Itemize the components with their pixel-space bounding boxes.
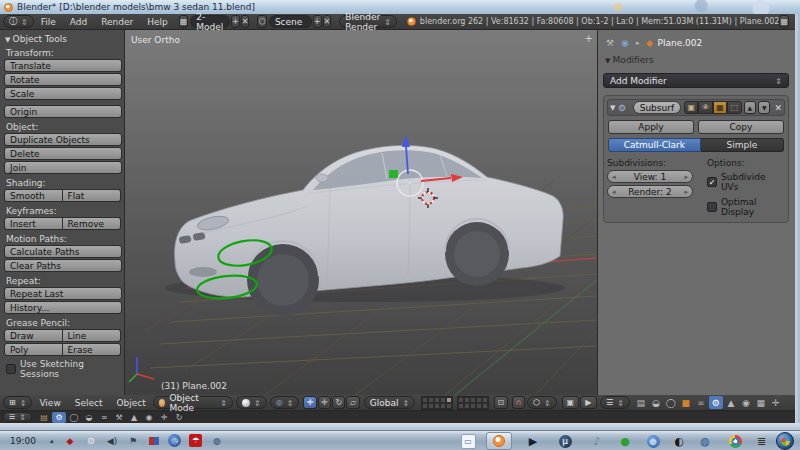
modifier-name-field[interactable]: Subsurf	[633, 101, 681, 114]
menu-select[interactable]: Select	[68, 398, 110, 408]
object-tools-panel-title[interactable]: Object Tools	[5, 34, 121, 44]
scene-tab-icon[interactable]: ◒	[649, 396, 663, 409]
stepper-right-arrow[interactable]: ▸	[684, 188, 688, 196]
smooth-button[interactable]: Smooth	[4, 189, 63, 202]
insert-keyframe-button[interactable]: Insert	[4, 217, 63, 230]
translate-manipulator-toggle[interactable]: ✛	[318, 396, 331, 409]
menu-help[interactable]: Help	[140, 17, 175, 27]
mode-selector[interactable]: Object Mode	[153, 396, 233, 409]
tray-antivirus-icon[interactable]: ◆	[63, 434, 76, 447]
object-tab-icon[interactable]: ■	[679, 396, 693, 409]
render-tab-icon[interactable]: ▤	[634, 396, 648, 409]
lock-to-scene-icon[interactable]: ⊡	[494, 396, 507, 409]
editor-type-selector-properties[interactable]: ☰	[600, 396, 630, 409]
scene-tab-icon-2[interactable]: ◒	[82, 412, 96, 423]
render-subdivisions-stepper[interactable]: ◂ Render: 2 ▸	[607, 185, 693, 198]
menu-add[interactable]: Add	[63, 17, 94, 27]
scene-add-button[interactable]: +	[313, 15, 322, 28]
layout-delete-button[interactable]: ✕	[241, 15, 250, 28]
join-button[interactable]: Join	[4, 161, 122, 174]
screen-layout-icon[interactable]: ▦	[179, 15, 189, 28]
taskbar-image-viewer-button[interactable]: ▭	[455, 432, 481, 450]
sketching-sessions-checkbox[interactable]	[6, 364, 16, 374]
modifiers-tab-icon[interactable]: ⚙	[709, 396, 723, 409]
add-modifier-dropdown[interactable]: Add Modifier	[603, 73, 789, 88]
taskbar-globe-app-button[interactable]: ◍	[692, 432, 718, 450]
cage-toggle[interactable]: ⬚	[727, 101, 741, 114]
taskbar-swirl-app-button[interactable]: ◐	[666, 432, 692, 450]
render-opengl-icon[interactable]: ▣	[562, 396, 579, 409]
copy-button[interactable]: Copy	[698, 120, 784, 134]
window-titlebar[interactable]: Blender* [D:\blender models\bmw 3 sedan …	[0, 0, 800, 14]
delete-modifier-icon[interactable]: ✕	[774, 103, 782, 113]
tray-volume-icon[interactable]: ◀)	[105, 434, 118, 447]
data-tab-icon[interactable]: ▲	[724, 396, 738, 409]
simple-button[interactable]: Simple	[701, 138, 784, 152]
tray-settings-icon[interactable]: ⚙	[84, 434, 97, 447]
scene-selector[interactable]: Scene	[269, 15, 312, 28]
world-tab-icon-2[interactable]: ◯	[67, 412, 81, 423]
taskbar-faint-app-button[interactable]: ♪	[584, 432, 610, 450]
subdivide-uvs-checkbox[interactable]	[707, 177, 717, 187]
apply-button[interactable]: Apply	[608, 120, 694, 134]
particles-tab-icon-2[interactable]: ↻	[172, 412, 186, 423]
tray-clock-app-icon[interactable]: ◷	[168, 434, 181, 447]
menu-file[interactable]: File	[34, 17, 63, 27]
grease-line-button[interactable]: Line	[63, 329, 122, 342]
viewport-shading-selector[interactable]	[236, 396, 267, 409]
constraints-tab-icon-2[interactable]: ∞	[97, 412, 111, 423]
show-hidden-icons-arrow[interactable]: ▴	[50, 437, 54, 445]
screen-layout-selector[interactable]: 2-Model	[190, 15, 230, 28]
viewport-3d[interactable]: User Ortho (31) Plane.002 +	[125, 30, 597, 395]
render-visibility-toggle[interactable]: ▣	[684, 101, 698, 114]
world-tab-icon[interactable]: ◯	[664, 396, 678, 409]
tray-action-center-flag-icon[interactable]: ⚑	[126, 434, 139, 447]
manipulator-z-handle[interactable]	[402, 135, 410, 147]
taskbar-green-app-button[interactable]: ●	[612, 432, 638, 450]
manipulator-y-handle[interactable]	[389, 170, 398, 178]
calculate-paths-button[interactable]: Calculate Paths	[4, 245, 122, 258]
outliner-corner-icon[interactable]: ▦	[779, 15, 789, 28]
viewport-visibility-toggle[interactable]: 👁	[698, 101, 712, 114]
tray-network-icon[interactable]	[147, 434, 160, 447]
translate-button[interactable]: Translate	[4, 59, 122, 72]
taskbar-chrome-button[interactable]	[722, 432, 748, 450]
scene-delete-button[interactable]: ✕	[323, 15, 332, 28]
flat-button[interactable]: Flat	[63, 189, 122, 202]
delete-button[interactable]: Delete	[4, 147, 122, 160]
taskbar-utorrent-button[interactable]: µ	[552, 432, 578, 450]
grease-draw-button[interactable]: Draw	[4, 329, 63, 342]
repeat-last-button[interactable]: Repeat Last	[4, 287, 122, 300]
rotate-manipulator-toggle[interactable]: ↻	[332, 396, 345, 409]
physics-tab-icon-2[interactable]: ✛	[157, 412, 171, 423]
move-modifier-up-button[interactable]: ▲	[744, 101, 756, 114]
history-button[interactable]: History...	[4, 301, 122, 314]
rotate-button[interactable]: Rotate	[4, 73, 122, 86]
grease-poly-button[interactable]: Poly	[4, 343, 63, 356]
duplicate-objects-button[interactable]: Duplicate Objects	[4, 133, 122, 146]
tray-avira-icon[interactable]: ☂	[189, 434, 202, 447]
taskbar-media-player-button[interactable]: ▶	[520, 432, 546, 450]
catmull-clark-button[interactable]: Catmull-Clark	[608, 138, 701, 152]
editor-type-selector-3dview[interactable]: ⊞	[3, 396, 32, 409]
physics-tab-icon[interactable]: ✛	[769, 396, 783, 409]
breadcrumb-object-name[interactable]: Plane.002	[658, 38, 703, 48]
menu-view[interactable]: View	[32, 398, 67, 408]
tools-tab-icon-2[interactable]: ⚒	[112, 412, 126, 423]
editor-type-selector-bottom[interactable]: ☰	[3, 412, 32, 422]
stepper-right-arrow[interactable]: ▸	[684, 173, 688, 181]
stepper-left-arrow[interactable]: ◂	[612, 188, 616, 196]
remove-keyframe-button[interactable]: Remove	[63, 217, 122, 230]
stepper-left-arrow[interactable]: ◂	[612, 173, 616, 181]
data-tab-icon-2[interactable]: ▲	[127, 412, 141, 423]
layer-buttons[interactable]	[421, 396, 493, 410]
scale-manipulator-toggle[interactable]: ▱	[346, 396, 359, 409]
move-modifier-down-button[interactable]: ▼	[758, 101, 770, 114]
menu-object[interactable]: Object	[110, 398, 153, 408]
material-tab-icon-2[interactable]: ◉	[142, 412, 156, 423]
snap-element-selector[interactable]: ⬡	[527, 396, 557, 409]
region-expand-icon[interactable]: +	[585, 33, 593, 44]
taskbar-library-app-button[interactable]: ≣	[748, 432, 774, 450]
taskbar-clock[interactable]: 19:00	[10, 436, 36, 446]
clear-paths-button[interactable]: Clear Paths	[4, 259, 122, 272]
